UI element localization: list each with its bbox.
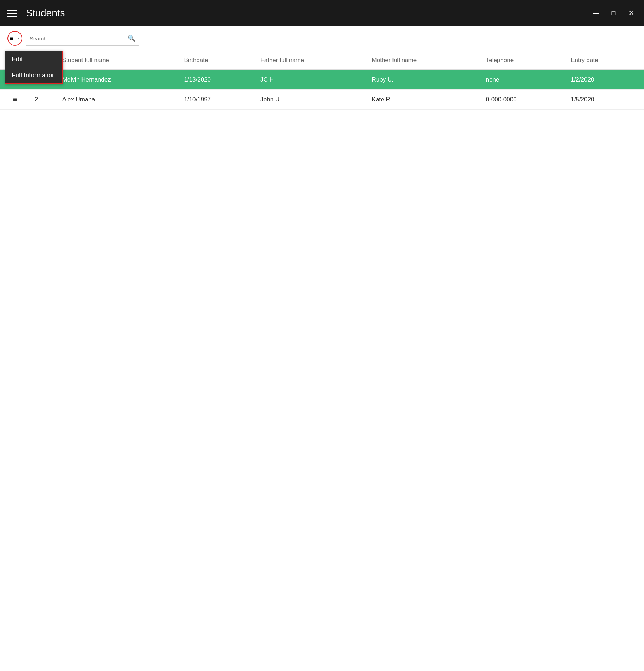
close-button[interactable]: ✕ [626, 8, 637, 18]
context-menu: Edit Full Information [5, 51, 63, 84]
minimize-button[interactable]: — [591, 8, 601, 18]
table-row[interactable]: ≡ 1 Melvin Hernandez 1/13/2020 JC H Ruby… [0, 70, 644, 90]
main-window: Students — □ ✕ Edit Full Information ≡→ … [0, 0, 644, 671]
row-icon-cell: ≡ [0, 90, 30, 110]
search-input[interactable] [26, 31, 124, 45]
search-box: 🔍 [26, 31, 139, 46]
title-bar: Students — □ ✕ [0, 0, 644, 26]
col-father: Father full name [255, 51, 367, 70]
row-birthdate: 1/13/2020 [179, 70, 255, 90]
table-area: Student full name Birthdate Father full … [0, 51, 644, 671]
context-menu-full-information[interactable]: Full Information [5, 67, 62, 83]
row-mother: Ruby U. [367, 70, 481, 90]
row-telephone: 0-000-0000 [481, 90, 566, 110]
app-title: Students [26, 7, 591, 19]
row-entry-date: 1/5/2020 [566, 90, 644, 110]
row-father: John U. [255, 90, 367, 110]
row-student-name: Alex Umana [57, 90, 179, 110]
window-controls: — □ ✕ [591, 8, 637, 18]
edit-list-icon: ≡→ [9, 34, 21, 43]
row-birthdate: 1/10/1997 [179, 90, 255, 110]
row-entry-date: 1/2/2020 [566, 70, 644, 90]
table-row[interactable]: ≡ 2 Alex Umana 1/10/1997 John U. Kate R.… [0, 90, 644, 110]
col-entry-date: Entry date [566, 51, 644, 70]
edit-full-info-button[interactable]: ≡→ [7, 31, 22, 46]
col-telephone: Telephone [481, 51, 566, 70]
row-action-icon: ≡ [5, 95, 25, 104]
context-menu-edit[interactable]: Edit [5, 51, 62, 67]
row-telephone: none [481, 70, 566, 90]
col-birthdate: Birthdate [179, 51, 255, 70]
row-num: 2 [30, 90, 57, 110]
toolbar: Edit Full Information ≡→ 🔍 [0, 26, 644, 51]
maximize-button[interactable]: □ [608, 8, 619, 18]
row-student-name: Melvin Hernandez [57, 70, 179, 90]
hamburger-menu-icon[interactable] [7, 10, 17, 17]
row-father: JC H [255, 70, 367, 90]
students-table: Student full name Birthdate Father full … [0, 51, 644, 110]
col-mother: Mother full name [367, 51, 481, 70]
table-header-row: Student full name Birthdate Father full … [0, 51, 644, 70]
row-mother: Kate R. [367, 90, 481, 110]
search-button[interactable]: 🔍 [124, 31, 139, 46]
col-student-name: Student full name [57, 51, 179, 70]
